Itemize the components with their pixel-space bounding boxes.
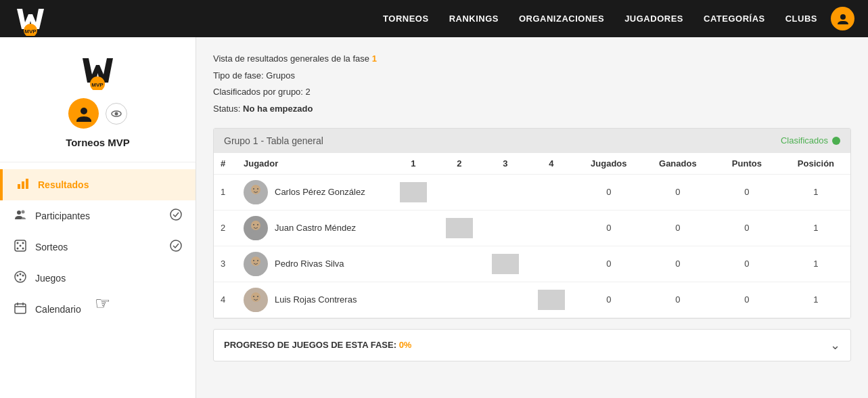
phase-title-prefix: Vista de resultados generales de la fase [213, 53, 369, 64]
player-avatar [244, 216, 268, 240]
sorteos-icon [14, 240, 27, 255]
player-cell: Carlos Pérez González [237, 174, 390, 210]
player-jugados: 0 [574, 174, 643, 210]
player-pos: 4 [214, 282, 237, 317]
header-logo: MVP [14, 2, 47, 36]
svg-point-9 [115, 112, 118, 115]
svg-rect-11 [22, 181, 24, 189]
sidebar-eye-button[interactable] [106, 103, 127, 125]
group-table-header: Grupo 1 - Tabla general Clasificados [214, 129, 850, 153]
slot-2 [436, 282, 482, 317]
svg-point-20 [22, 248, 24, 250]
player-posicion: 1 [781, 282, 850, 317]
slot-4 [528, 174, 574, 210]
phase-tipo-line: Tipo de fase: Grupos [213, 68, 851, 85]
svg-point-40 [253, 224, 254, 225]
phase-status-value: No ha empezado [243, 104, 313, 114]
player-puntos: 0 [712, 246, 781, 282]
svg-point-13 [17, 211, 21, 215]
col-jugador: Jugador [237, 153, 390, 175]
svg-rect-12 [26, 179, 28, 189]
avatar-user-icon [74, 104, 93, 123]
nav-clubs[interactable]: CLUBS [785, 14, 817, 24]
sidebar-avatar-row [68, 98, 127, 129]
nav-organizaciones[interactable]: ORGANIZACIONES [519, 14, 604, 24]
progress-chevron-icon[interactable]: ⌄ [830, 338, 840, 353]
table-header-row: # Jugador 1 2 3 4 Jugados Ganados Puntos… [214, 153, 850, 175]
table-row: 2Juan Castro Méndez0001 [214, 210, 850, 246]
nav-jugadores[interactable]: JUGADORES [624, 14, 683, 24]
player-name: Luis Rojas Contreras [275, 294, 357, 305]
sidebar-item-sorteos[interactable]: Sorteos [0, 231, 196, 263]
svg-point-36 [257, 188, 258, 190]
slot-3 [482, 246, 528, 282]
slot-3 [482, 282, 528, 317]
slot-4 [528, 282, 574, 317]
svg-point-22 [170, 240, 181, 251]
player-jugados: 0 [574, 246, 643, 282]
col-slot3: 3 [482, 153, 528, 175]
svg-text:MVP: MVP [91, 82, 104, 88]
participantes-label: Participantes [35, 211, 162, 221]
phase-clasificados-value: 2 [306, 87, 311, 97]
phase-clasificados-line: Clasificados por grupo: 2 [213, 84, 851, 101]
user-icon [836, 12, 850, 26]
player-posicion: 1 [781, 210, 850, 246]
player-name: Pedro Rivas Silva [275, 259, 344, 269]
slot-2 [436, 174, 482, 210]
user-avatar-button[interactable] [831, 7, 854, 30]
sidebar-logo-icon: MVP [79, 53, 116, 90]
sidebar-logo: MVP [78, 51, 118, 91]
col-puntos: Puntos [712, 153, 781, 175]
svg-point-26 [22, 275, 24, 277]
slot-3 [482, 174, 528, 210]
player-jugados: 0 [574, 282, 643, 317]
group-table-container: Grupo 1 - Tabla general Clasificados # J… [213, 128, 851, 319]
player-cell: Juan Castro Méndez [237, 210, 390, 246]
juegos-label: Juegos [35, 273, 182, 284]
player-jugados: 0 [574, 210, 643, 246]
col-ganados: Ganados [643, 153, 712, 175]
svg-point-7 [81, 108, 87, 114]
nav-rankings[interactable]: RANKINGS [449, 14, 499, 24]
svg-point-33 [248, 196, 264, 204]
player-name: Juan Castro Méndez [275, 223, 356, 233]
calendar-icon [14, 302, 26, 314]
player-name: Carlos Pérez González [275, 187, 365, 197]
player-posicion: 1 [781, 174, 850, 210]
group-table: # Jugador 1 2 3 4 Jugados Ganados Puntos… [214, 153, 850, 318]
main-nav: TORNEOS RANKINGS ORGANIZACIONES JUGADORE… [383, 14, 817, 24]
svg-point-3 [840, 14, 846, 20]
resultados-label: Resultados [38, 179, 182, 190]
svg-point-24 [17, 275, 19, 277]
green-dot-icon [832, 137, 840, 145]
svg-point-14 [22, 211, 25, 214]
nav-torneos[interactable]: TORNEOS [383, 14, 429, 24]
sidebar-item-participantes[interactable]: Participantes [0, 200, 196, 231]
sidebar-title: Torneos MVP [66, 137, 130, 148]
player-ganados: 0 [643, 210, 712, 246]
svg-point-17 [17, 242, 19, 244]
col-slot1: 1 [390, 153, 436, 175]
player-puntos: 0 [712, 210, 781, 246]
slot-2 [436, 210, 482, 246]
eye-icon [111, 108, 122, 119]
progress-value: 0% [399, 340, 412, 350]
check-circle-icon-1 [170, 208, 182, 221]
svg-rect-10 [18, 184, 20, 189]
svg-point-46 [257, 260, 258, 261]
nav-categorias[interactable]: CATEGORÍAS [704, 14, 765, 24]
check-circle-icon-2 [170, 240, 182, 252]
svg-point-27 [20, 279, 22, 281]
sidebar-header: MVP Torneos MVP [0, 37, 196, 162]
sorteos-label: Sorteos [35, 242, 162, 252]
player-avatar [244, 288, 268, 312]
sidebar-item-resultados[interactable]: Resultados [0, 169, 196, 200]
svg-point-25 [20, 273, 22, 275]
slot-1 [390, 174, 436, 210]
player-avatar [244, 180, 268, 204]
player-pos: 2 [214, 210, 237, 246]
table-row: 3Pedro Rivas Silva0001 [214, 246, 850, 282]
sidebar-item-juegos[interactable]: Juegos ☞ [0, 263, 196, 294]
col-posicion: Posición [781, 153, 850, 175]
